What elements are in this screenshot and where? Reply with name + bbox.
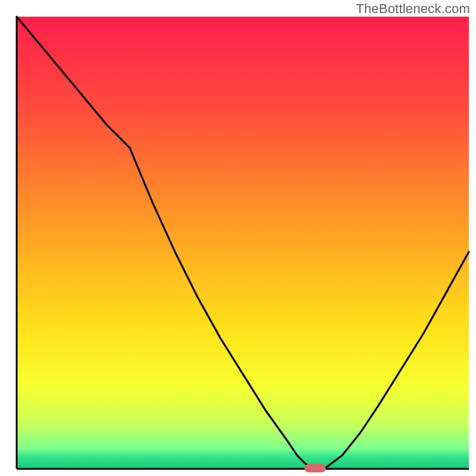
optimal-marker bbox=[305, 464, 326, 472]
plot-svg bbox=[0, 0, 476, 476]
bottleneck-chart: TheBottleneck.com bbox=[0, 0, 476, 476]
plot-background bbox=[17, 17, 469, 469]
watermark-text: TheBottleneck.com bbox=[356, 1, 470, 17]
